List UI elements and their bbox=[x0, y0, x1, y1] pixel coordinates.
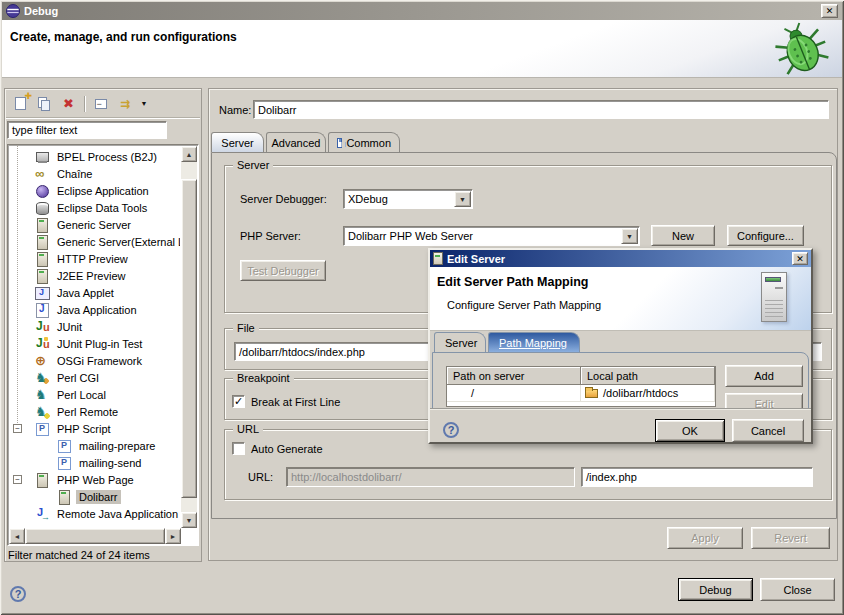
close-icon[interactable]: ✕ bbox=[792, 252, 808, 265]
help-icon[interactable]: ? bbox=[10, 586, 26, 602]
tab-path-mapping[interactable]: Path Mapping bbox=[488, 332, 580, 352]
url-path-input[interactable]: /index.php bbox=[581, 467, 813, 487]
tree-item-dolibarr[interactable]: Dolibarr bbox=[9, 488, 180, 505]
php-server-value: Dolibarr PHP Web Server bbox=[348, 230, 473, 242]
duplicate-icon[interactable] bbox=[36, 96, 53, 112]
tree-item-perl-remote[interactable]: Perl Remote bbox=[9, 403, 180, 420]
tree-item-label: Dolibarr bbox=[76, 490, 121, 504]
tree-item-remote-java-application[interactable]: Remote Java Application bbox=[9, 505, 180, 522]
filter-icon[interactable]: ⇉ bbox=[116, 96, 133, 112]
cancel-button[interactable]: Cancel bbox=[732, 419, 804, 442]
tree-item-label: PHP Script bbox=[54, 422, 114, 436]
tree-item-php-script[interactable]: −PHP Script bbox=[9, 420, 180, 437]
chevron-down-icon[interactable]: ▼ bbox=[621, 228, 638, 244]
column-header-local-path[interactable]: Local path bbox=[581, 367, 715, 385]
delete-icon[interactable]: ✖ bbox=[60, 96, 77, 112]
add-mapping-button[interactable]: Add bbox=[725, 365, 803, 387]
window-title: Debug bbox=[24, 5, 58, 17]
perlc-icon bbox=[35, 371, 50, 385]
filter-input[interactable]: type filter text bbox=[7, 121, 167, 139]
tree-item-php-web-page[interactable]: −PHP Web Page bbox=[9, 471, 180, 488]
tree-item-java-application[interactable]: Java Application bbox=[9, 301, 180, 318]
revert-button[interactable]: Revert bbox=[751, 527, 830, 549]
tree-vertical-scrollbar[interactable]: ▲ ▼ bbox=[181, 146, 197, 528]
local-path-cell-wrap: /dolibarr/htdocs bbox=[581, 385, 715, 401]
junitp-icon bbox=[35, 337, 50, 351]
tree-item-osgi-framework[interactable]: OSGi Framework bbox=[9, 352, 180, 369]
name-input[interactable]: Dolibarr bbox=[253, 100, 829, 119]
php-icon bbox=[57, 439, 72, 453]
server-debugger-label: Server Debugger: bbox=[240, 193, 327, 205]
server-debugger-select[interactable]: XDebug ▼ bbox=[343, 189, 473, 209]
tree-item-mailing-prepare[interactable]: mailing-prepare bbox=[9, 437, 180, 454]
debug-button[interactable]: Debug bbox=[678, 578, 753, 601]
tree-item-generic-server[interactable]: Generic Server bbox=[9, 216, 180, 233]
apply-button[interactable]: Apply bbox=[667, 527, 743, 549]
tab-server[interactable]: Server bbox=[434, 332, 486, 352]
tree-item-java-applet[interactable]: Java Applet bbox=[9, 284, 180, 301]
configurations-toolbar: ✚ ✖ − ⇉ ▼ bbox=[6, 90, 200, 118]
break-first-line-label: Break at First Line bbox=[251, 396, 340, 408]
tree-item-junit[interactable]: JUnit bbox=[9, 318, 180, 335]
tree-item-cha-ne[interactable]: Chaîne bbox=[9, 165, 180, 182]
new-server-button[interactable]: New bbox=[651, 225, 715, 246]
tab-common[interactable]: Common bbox=[328, 132, 400, 152]
expander-minus-icon[interactable]: − bbox=[13, 475, 22, 484]
break-first-line-checkbox[interactable]: ✓ bbox=[232, 395, 245, 408]
tree-item-label: OSGi Framework bbox=[54, 354, 145, 368]
tree-item-perl-cgi[interactable]: Perl CGI bbox=[9, 369, 180, 386]
tree-item-bpel-process-b2j[interactable]: BPEL Process (B2J) bbox=[9, 148, 180, 165]
tree-item-label: JUnit Plug-in Test bbox=[54, 337, 145, 351]
scroll-up-icon[interactable]: ▲ bbox=[181, 146, 197, 162]
eclipse-logo-icon bbox=[6, 4, 20, 18]
tree-item-eclipse-application[interactable]: Eclipse Application bbox=[9, 182, 180, 199]
close-button[interactable]: Close bbox=[760, 578, 835, 601]
tab-advanced[interactable]: Advanced bbox=[266, 132, 326, 152]
dialog-titlebar[interactable]: Edit Server ✕ bbox=[430, 250, 811, 267]
column-header-path-on-server[interactable]: Path on server bbox=[447, 367, 581, 385]
close-icon[interactable]: ✕ bbox=[821, 4, 838, 18]
test-debugger-button[interactable]: Test Debugger bbox=[240, 260, 326, 281]
tree-item-label: Java Application bbox=[54, 303, 140, 317]
php-server-select[interactable]: Dolibarr PHP Web Server ▼ bbox=[343, 226, 640, 246]
mapping-row[interactable]: //dolibarr/htdocs bbox=[447, 385, 715, 402]
tree-item-label: HTTP Preview bbox=[54, 252, 131, 266]
new-config-icon[interactable]: ✚ bbox=[12, 96, 29, 112]
chevron-down-icon[interactable]: ▼ bbox=[454, 191, 471, 207]
tree-item-perl-local[interactable]: Perl Local bbox=[9, 386, 180, 403]
tree-item-j2ee-preview[interactable]: J2EE Preview bbox=[9, 267, 180, 284]
configure-button[interactable]: Configure... bbox=[727, 225, 804, 246]
window-titlebar[interactable]: Debug ✕ bbox=[2, 2, 842, 20]
tree-item-label: BPEL Process (B2J) bbox=[54, 150, 160, 164]
configurations-panel: ✚ ✖ − ⇉ ▼ type filter text BPEL Process … bbox=[4, 88, 202, 562]
tab-server[interactable]: Server bbox=[211, 132, 264, 152]
ok-button[interactable]: OK bbox=[655, 419, 725, 442]
scroll-right-icon[interactable]: ► bbox=[165, 528, 181, 544]
perlr-icon bbox=[35, 405, 50, 419]
dialog-header: Edit Server Path Mapping Configure Serve… bbox=[430, 267, 811, 331]
collapse-all-icon[interactable]: − bbox=[92, 96, 109, 112]
file-input-text: /dolibarr/htdocs/index.php bbox=[239, 346, 365, 358]
server-group-label: Server bbox=[233, 159, 273, 171]
edit-server-dialog: Edit Server ✕ Edit Server Path Mapping C… bbox=[428, 248, 813, 444]
banner-title: Create, manage, and run configurations bbox=[10, 30, 237, 44]
scroll-thumb[interactable] bbox=[25, 528, 165, 544]
tree-horizontal-scrollbar[interactable]: ◄ ► bbox=[9, 528, 181, 544]
tree-item-mailing-send[interactable]: mailing-send bbox=[9, 454, 180, 471]
auto-generate-checkbox[interactable] bbox=[232, 442, 245, 455]
scroll-down-icon[interactable]: ▼ bbox=[181, 512, 197, 528]
php-icon bbox=[35, 422, 50, 436]
dropdown-caret-icon[interactable]: ▼ bbox=[140, 96, 148, 112]
tree-item-generic-server-external-la[interactable]: Generic Server(External La bbox=[9, 233, 180, 250]
tree-item-junit-plug-in-test[interactable]: JUnit Plug-in Test bbox=[9, 335, 180, 352]
expander-minus-icon[interactable]: − bbox=[13, 424, 22, 433]
path-mapping-table[interactable]: Path on serverLocal path//dolibarr/htdoc… bbox=[446, 366, 716, 407]
tree-item-eclipse-data-tools[interactable]: Eclipse Data Tools bbox=[9, 199, 180, 216]
filter-status-text: Filter matched 24 of 24 items bbox=[8, 549, 150, 561]
dialog-heading: Edit Server Path Mapping bbox=[437, 275, 588, 289]
rjava-icon bbox=[35, 507, 50, 521]
tree-item-http-preview[interactable]: HTTP Preview bbox=[9, 250, 180, 267]
scroll-left-icon[interactable]: ◄ bbox=[9, 528, 25, 544]
help-icon[interactable]: ? bbox=[443, 422, 459, 438]
scroll-thumb[interactable] bbox=[181, 179, 197, 498]
